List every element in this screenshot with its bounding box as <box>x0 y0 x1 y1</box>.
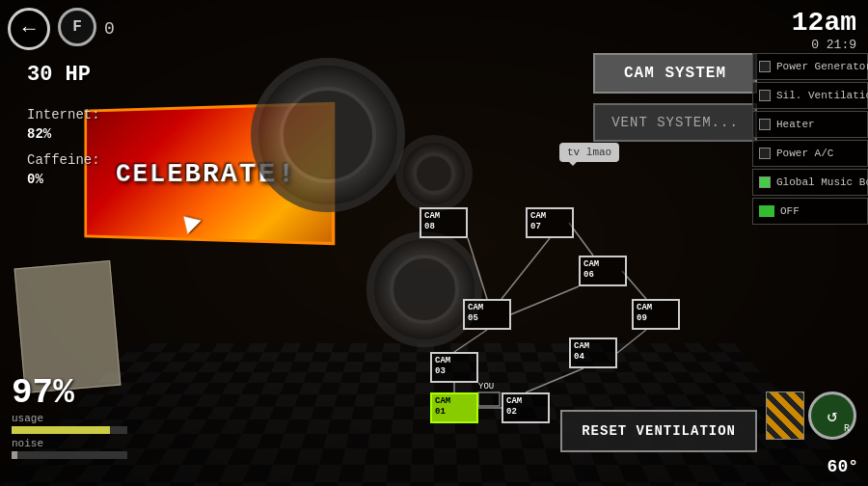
sil-vent-indicator <box>759 90 771 101</box>
cam07-node[interactable]: CAM07 <box>526 207 574 238</box>
sil-vent-button[interactable]: Sil. Ventilation <box>752 82 868 109</box>
svg-line-1 <box>526 368 583 392</box>
r-label: R <box>844 423 850 434</box>
usage-section: 97% usage noise <box>0 373 193 459</box>
svg-line-3 <box>454 330 487 352</box>
rewind-icon-button[interactable]: ↺ R <box>808 392 856 440</box>
back-button[interactable]: ← <box>8 8 50 50</box>
power-gen-indicator <box>759 61 771 72</box>
cam05-node[interactable]: CAM05 <box>463 299 511 330</box>
warning-stripe <box>766 392 804 440</box>
zero-label: 0 <box>104 19 115 39</box>
cam06-node[interactable]: CAM06 <box>579 256 627 286</box>
cam09-node[interactable]: CAM09 <box>632 299 680 330</box>
usage-bar-fill <box>12 426 110 434</box>
vent-system-button[interactable]: VENT SYSTEM... <box>593 103 757 142</box>
degree-display: 60° <box>827 457 858 476</box>
svg-line-7 <box>617 330 646 353</box>
svg-line-5 <box>468 238 487 299</box>
back-arrow-icon: ← <box>22 17 35 41</box>
svg-line-4 <box>511 286 579 314</box>
clock-time: 12am <box>792 8 856 38</box>
off-indicator <box>759 205 774 217</box>
usage-percent: 97% <box>0 373 193 413</box>
reset-ventilation-button[interactable]: RESET VENTILATION <box>560 410 757 452</box>
f-button[interactable]: F <box>58 8 96 46</box>
svg-text:YOU: YOU <box>478 382 494 392</box>
heater-indicator <box>759 119 771 130</box>
caffeine-stat: Caffeine: 0% <box>27 151 100 189</box>
off-button[interactable]: OFF <box>752 198 868 225</box>
svg-rect-11 <box>478 392 500 406</box>
stats-block: Internet: 82% Caffeine: 0% <box>27 106 100 189</box>
power-ac-indicator <box>759 148 771 159</box>
global-music-indicator <box>759 176 771 188</box>
usage-bar <box>12 426 127 434</box>
noise-bar-label: noise <box>0 438 193 449</box>
cam-system-button[interactable]: CAM SYSTEM <box>593 53 757 94</box>
sys-button-list: Power Generator Sil. Ventilation Heater … <box>752 53 868 227</box>
usage-bar-label: usage <box>0 413 193 424</box>
clock-display: 12am 0 21:9 <box>792 8 856 52</box>
cam02-node[interactable]: CAM02 <box>502 392 550 423</box>
cam03-node[interactable]: CAM03 <box>430 352 478 383</box>
cam08-node[interactable]: CAM08 <box>420 207 468 238</box>
camera-map: YOU CAM01 CAM02 CAM03 CAM04 CAM05 CAM06 … <box>376 149 733 439</box>
speech-bubble: tv lmao <box>559 143 619 162</box>
heater-button[interactable]: Heater <box>752 111 868 138</box>
cam04-node[interactable]: CAM04 <box>569 338 617 368</box>
noise-bar-fill <box>12 451 17 459</box>
svg-line-6 <box>502 238 550 299</box>
power-ac-button[interactable]: Power A/C <box>752 140 868 167</box>
clock-sub: 0 21:9 <box>792 38 856 52</box>
cam01-node[interactable]: CAM01 <box>430 392 478 423</box>
internet-stat: Internet: 82% <box>27 106 100 144</box>
global-music-button[interactable]: Global Music Box <box>752 169 868 196</box>
rewind-symbol: ↺ <box>827 405 838 426</box>
power-gen-button[interactable]: Power Generator <box>752 53 868 80</box>
noise-bar <box>12 451 127 459</box>
hp-display: 30 HP <box>27 63 91 87</box>
